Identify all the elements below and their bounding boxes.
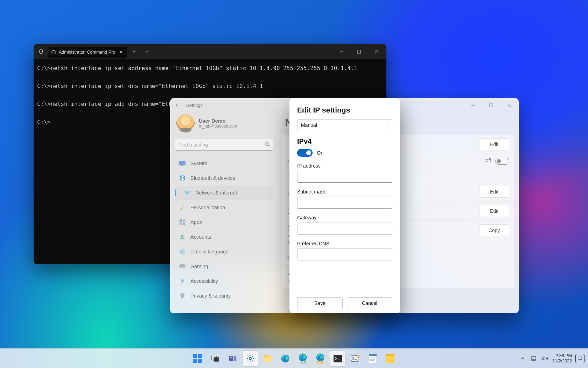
gateway-label: Gateway — [297, 215, 392, 220]
taskbar-edge[interactable] — [278, 351, 293, 366]
tab-close-icon[interactable]: ✕ — [118, 49, 124, 55]
svg-rect-42 — [532, 356, 536, 360]
subnet-label: Subnet mask — [297, 189, 392, 195]
notification-button[interactable] — [575, 354, 584, 363]
nav-apps[interactable]: Apps — [175, 215, 273, 229]
close-button[interactable] — [501, 100, 517, 111]
taskbar-photos[interactable] — [348, 351, 363, 366]
taskbar-edge-canary[interactable]: CAN — [313, 351, 328, 366]
taskbar-teams[interactable]: T — [225, 351, 240, 366]
apps-icon — [179, 219, 186, 225]
nav-privacy[interactable]: Privacy & security — [175, 289, 273, 303]
taskbar-explorer[interactable] — [260, 351, 275, 366]
volume-icon[interactable] — [541, 355, 549, 362]
brush-icon — [179, 204, 186, 211]
edit-ip-modal: Edit IP settings Manual ⌄ IPv4 On IP add… — [289, 98, 400, 313]
tab-dropdown-icon[interactable] — [141, 46, 152, 57]
edit-button[interactable]: Edit — [479, 205, 509, 217]
nav-time[interactable]: Time & language — [175, 245, 273, 259]
tray-chevron-icon[interactable] — [519, 355, 526, 362]
clock-time: 2:38 PM — [552, 353, 572, 359]
globe-clock-icon — [179, 248, 186, 255]
settings-sidebar: User Demo m_lab@outlook.com System Bluet… — [170, 112, 278, 313]
terminal-tab[interactable]: Administrator: Command Pro ✕ — [48, 47, 127, 58]
nav-system[interactable]: System — [175, 156, 273, 170]
taskbar-edge-beta[interactable]: BETA — [295, 351, 310, 366]
profile-name: User Demo — [199, 118, 237, 124]
search-icon — [265, 142, 270, 147]
minimize-button[interactable] — [333, 46, 349, 57]
taskbar-terminal[interactable] — [330, 351, 345, 366]
edit-button[interactable]: Edit — [479, 138, 509, 150]
profile-email: m_lab@outlook.com — [199, 124, 237, 129]
edit-button[interactable]: Edit — [479, 186, 509, 198]
close-button[interactable] — [368, 46, 384, 57]
svg-text:BETA: BETA — [300, 361, 305, 363]
svg-rect-11 — [183, 223, 185, 225]
nav-accessibility[interactable]: Accessibility — [175, 274, 273, 288]
preferred-dns-input[interactable] — [297, 248, 392, 260]
gateway-input[interactable] — [297, 223, 392, 234]
taskbar-sticky-notes[interactable] — [383, 351, 398, 366]
ip-address-input[interactable] — [297, 171, 392, 183]
svg-point-3 — [265, 142, 268, 145]
system-tray[interactable]: 2:38 PM 11/2/2022 — [519, 349, 586, 368]
ip-mode-select[interactable]: Manual ⌄ — [297, 119, 392, 131]
subnet-input[interactable] — [297, 197, 392, 209]
taskbar-notepad[interactable] — [365, 351, 380, 366]
nav-bluetooth[interactable]: Bluetooth & devices — [175, 171, 273, 185]
svg-rect-18 — [198, 359, 202, 363]
taskbar[interactable]: T BETA CAN — [0, 348, 588, 368]
cmd-icon — [51, 50, 56, 55]
system-icon — [179, 160, 186, 166]
copy-button[interactable]: Copy — [479, 224, 509, 236]
svg-rect-15 — [193, 354, 197, 358]
back-button[interactable] — [172, 99, 184, 111]
start-button[interactable] — [190, 351, 205, 366]
settings-window-title: Settings — [186, 103, 203, 108]
person-icon — [179, 234, 186, 240]
wifi-icon — [184, 190, 190, 196]
ipv4-toggle[interactable] — [297, 149, 313, 157]
task-view-button[interactable] — [208, 351, 223, 366]
cancel-button[interactable]: Cancel — [347, 297, 392, 309]
svg-rect-5 — [181, 165, 183, 166]
terminal-tab-title: Administrator: Command Pro — [59, 50, 115, 55]
terminal-titlebar[interactable]: Administrator: Command Pro ✕ ＋ — [34, 44, 386, 59]
new-tab-button[interactable]: ＋ — [128, 46, 140, 57]
save-button[interactable]: Save — [297, 297, 343, 309]
svg-rect-8 — [180, 219, 182, 222]
svg-rect-4 — [179, 161, 186, 165]
bluetooth-icon — [179, 175, 186, 181]
network-icon[interactable] — [530, 355, 538, 362]
search-input[interactable] — [175, 139, 273, 151]
svg-text:T: T — [230, 357, 232, 360]
svg-rect-1 — [357, 50, 360, 53]
modal-title: Edit IP settings — [297, 106, 392, 114]
chevron-down-icon: ⌄ — [385, 123, 388, 128]
nav-accounts[interactable]: Accounts — [175, 230, 273, 244]
svg-point-23 — [234, 356, 236, 358]
clock-date: 11/2/2022 — [552, 359, 572, 364]
svg-rect-41 — [386, 354, 394, 356]
taskbar-clock[interactable]: 2:38 PM 11/2/2022 — [552, 353, 572, 364]
svg-rect-2 — [490, 104, 493, 107]
nav-gaming[interactable]: Gaming — [175, 259, 273, 273]
metered-toggle[interactable] — [495, 158, 509, 165]
maximize-button[interactable] — [351, 46, 367, 57]
profile-block[interactable]: User Demo m_lab@outlook.com — [175, 112, 273, 139]
svg-rect-10 — [180, 223, 182, 225]
minimize-button[interactable] — [465, 100, 481, 111]
nav-network[interactable]: Network & internet — [175, 186, 273, 200]
ipv4-toggle-label: On — [317, 150, 323, 156]
svg-rect-24 — [234, 358, 236, 361]
svg-rect-17 — [193, 359, 197, 363]
svg-rect-20 — [214, 357, 219, 361]
ip-mode-value: Manual — [301, 122, 317, 128]
maximize-button[interactable] — [483, 100, 499, 111]
taskbar-settings[interactable] — [243, 351, 258, 366]
shield-icon — [179, 293, 186, 299]
shield-icon — [36, 46, 46, 57]
svg-rect-38 — [369, 354, 377, 356]
nav-personalization[interactable]: Personalization — [175, 200, 273, 214]
